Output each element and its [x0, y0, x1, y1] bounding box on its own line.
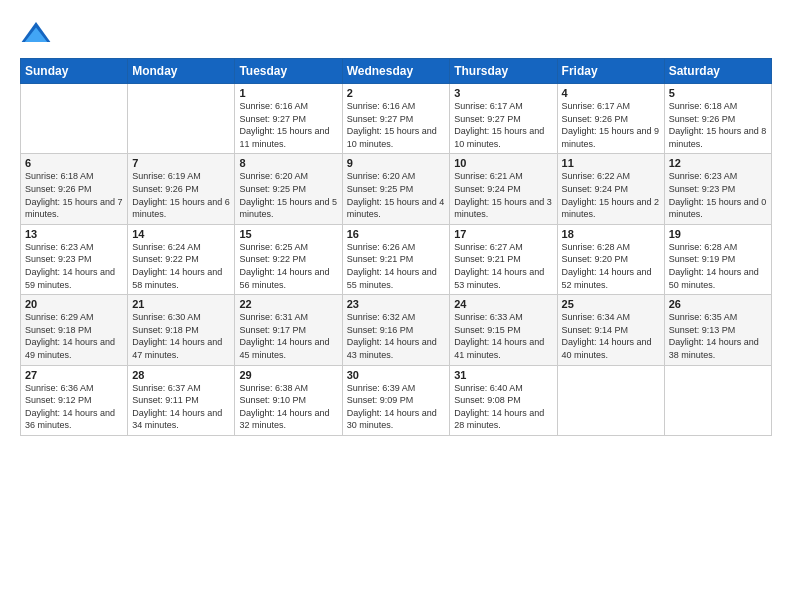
day-info: Sunrise: 6:17 AM Sunset: 9:26 PM Dayligh… [562, 100, 660, 150]
calendar-week-row: 13Sunrise: 6:23 AM Sunset: 9:23 PM Dayli… [21, 224, 772, 294]
day-info: Sunrise: 6:28 AM Sunset: 9:19 PM Dayligh… [669, 241, 767, 291]
day-number: 14 [132, 228, 230, 240]
day-info: Sunrise: 6:29 AM Sunset: 9:18 PM Dayligh… [25, 311, 123, 361]
day-info: Sunrise: 6:36 AM Sunset: 9:12 PM Dayligh… [25, 382, 123, 432]
day-info: Sunrise: 6:20 AM Sunset: 9:25 PM Dayligh… [347, 170, 446, 220]
calendar-cell: 2Sunrise: 6:16 AM Sunset: 9:27 PM Daylig… [342, 84, 450, 154]
calendar-cell: 4Sunrise: 6:17 AM Sunset: 9:26 PM Daylig… [557, 84, 664, 154]
calendar-cell: 7Sunrise: 6:19 AM Sunset: 9:26 PM Daylig… [128, 154, 235, 224]
weekday-header-friday: Friday [557, 59, 664, 84]
day-number: 13 [25, 228, 123, 240]
calendar-cell: 17Sunrise: 6:27 AM Sunset: 9:21 PM Dayli… [450, 224, 557, 294]
day-number: 20 [25, 298, 123, 310]
day-number: 28 [132, 369, 230, 381]
day-number: 5 [669, 87, 767, 99]
calendar-cell: 11Sunrise: 6:22 AM Sunset: 9:24 PM Dayli… [557, 154, 664, 224]
weekday-header-row: SundayMondayTuesdayWednesdayThursdayFrid… [21, 59, 772, 84]
day-number: 6 [25, 157, 123, 169]
day-number: 7 [132, 157, 230, 169]
day-info: Sunrise: 6:26 AM Sunset: 9:21 PM Dayligh… [347, 241, 446, 291]
calendar-cell: 14Sunrise: 6:24 AM Sunset: 9:22 PM Dayli… [128, 224, 235, 294]
calendar-table: SundayMondayTuesdayWednesdayThursdayFrid… [20, 58, 772, 436]
calendar-cell: 12Sunrise: 6:23 AM Sunset: 9:23 PM Dayli… [664, 154, 771, 224]
day-number: 19 [669, 228, 767, 240]
calendar-cell: 27Sunrise: 6:36 AM Sunset: 9:12 PM Dayli… [21, 365, 128, 435]
calendar-cell: 10Sunrise: 6:21 AM Sunset: 9:24 PM Dayli… [450, 154, 557, 224]
page: SundayMondayTuesdayWednesdayThursdayFrid… [0, 0, 792, 612]
calendar-cell: 22Sunrise: 6:31 AM Sunset: 9:17 PM Dayli… [235, 295, 342, 365]
day-number: 17 [454, 228, 552, 240]
calendar-cell: 13Sunrise: 6:23 AM Sunset: 9:23 PM Dayli… [21, 224, 128, 294]
header [20, 18, 772, 50]
day-number: 9 [347, 157, 446, 169]
day-info: Sunrise: 6:31 AM Sunset: 9:17 PM Dayligh… [239, 311, 337, 361]
calendar-week-row: 20Sunrise: 6:29 AM Sunset: 9:18 PM Dayli… [21, 295, 772, 365]
calendar-cell: 23Sunrise: 6:32 AM Sunset: 9:16 PM Dayli… [342, 295, 450, 365]
calendar-cell: 26Sunrise: 6:35 AM Sunset: 9:13 PM Dayli… [664, 295, 771, 365]
day-number: 21 [132, 298, 230, 310]
day-info: Sunrise: 6:34 AM Sunset: 9:14 PM Dayligh… [562, 311, 660, 361]
calendar-cell: 25Sunrise: 6:34 AM Sunset: 9:14 PM Dayli… [557, 295, 664, 365]
weekday-header-sunday: Sunday [21, 59, 128, 84]
day-info: Sunrise: 6:22 AM Sunset: 9:24 PM Dayligh… [562, 170, 660, 220]
calendar-cell: 15Sunrise: 6:25 AM Sunset: 9:22 PM Dayli… [235, 224, 342, 294]
day-info: Sunrise: 6:19 AM Sunset: 9:26 PM Dayligh… [132, 170, 230, 220]
day-number: 3 [454, 87, 552, 99]
day-info: Sunrise: 6:16 AM Sunset: 9:27 PM Dayligh… [239, 100, 337, 150]
day-number: 26 [669, 298, 767, 310]
calendar-cell: 29Sunrise: 6:38 AM Sunset: 9:10 PM Dayli… [235, 365, 342, 435]
day-info: Sunrise: 6:21 AM Sunset: 9:24 PM Dayligh… [454, 170, 552, 220]
day-info: Sunrise: 6:24 AM Sunset: 9:22 PM Dayligh… [132, 241, 230, 291]
weekday-header-monday: Monday [128, 59, 235, 84]
calendar-cell: 24Sunrise: 6:33 AM Sunset: 9:15 PM Dayli… [450, 295, 557, 365]
day-info: Sunrise: 6:23 AM Sunset: 9:23 PM Dayligh… [669, 170, 767, 220]
calendar-week-row: 6Sunrise: 6:18 AM Sunset: 9:26 PM Daylig… [21, 154, 772, 224]
day-number: 27 [25, 369, 123, 381]
day-info: Sunrise: 6:18 AM Sunset: 9:26 PM Dayligh… [25, 170, 123, 220]
day-info: Sunrise: 6:25 AM Sunset: 9:22 PM Dayligh… [239, 241, 337, 291]
day-info: Sunrise: 6:39 AM Sunset: 9:09 PM Dayligh… [347, 382, 446, 432]
calendar-cell: 21Sunrise: 6:30 AM Sunset: 9:18 PM Dayli… [128, 295, 235, 365]
day-number: 12 [669, 157, 767, 169]
day-number: 18 [562, 228, 660, 240]
day-info: Sunrise: 6:18 AM Sunset: 9:26 PM Dayligh… [669, 100, 767, 150]
day-number: 2 [347, 87, 446, 99]
calendar-cell: 28Sunrise: 6:37 AM Sunset: 9:11 PM Dayli… [128, 365, 235, 435]
weekday-header-tuesday: Tuesday [235, 59, 342, 84]
day-info: Sunrise: 6:35 AM Sunset: 9:13 PM Dayligh… [669, 311, 767, 361]
calendar-cell [128, 84, 235, 154]
weekday-header-wednesday: Wednesday [342, 59, 450, 84]
day-info: Sunrise: 6:23 AM Sunset: 9:23 PM Dayligh… [25, 241, 123, 291]
calendar-cell [21, 84, 128, 154]
calendar-cell: 8Sunrise: 6:20 AM Sunset: 9:25 PM Daylig… [235, 154, 342, 224]
day-info: Sunrise: 6:33 AM Sunset: 9:15 PM Dayligh… [454, 311, 552, 361]
day-info: Sunrise: 6:28 AM Sunset: 9:20 PM Dayligh… [562, 241, 660, 291]
calendar-cell: 5Sunrise: 6:18 AM Sunset: 9:26 PM Daylig… [664, 84, 771, 154]
calendar-cell: 16Sunrise: 6:26 AM Sunset: 9:21 PM Dayli… [342, 224, 450, 294]
day-number: 31 [454, 369, 552, 381]
calendar-cell: 9Sunrise: 6:20 AM Sunset: 9:25 PM Daylig… [342, 154, 450, 224]
day-info: Sunrise: 6:17 AM Sunset: 9:27 PM Dayligh… [454, 100, 552, 150]
calendar-cell: 31Sunrise: 6:40 AM Sunset: 9:08 PM Dayli… [450, 365, 557, 435]
calendar-cell: 20Sunrise: 6:29 AM Sunset: 9:18 PM Dayli… [21, 295, 128, 365]
day-number: 4 [562, 87, 660, 99]
day-info: Sunrise: 6:20 AM Sunset: 9:25 PM Dayligh… [239, 170, 337, 220]
calendar-cell: 1Sunrise: 6:16 AM Sunset: 9:27 PM Daylig… [235, 84, 342, 154]
day-number: 16 [347, 228, 446, 240]
day-number: 30 [347, 369, 446, 381]
day-number: 25 [562, 298, 660, 310]
day-info: Sunrise: 6:32 AM Sunset: 9:16 PM Dayligh… [347, 311, 446, 361]
calendar-cell [557, 365, 664, 435]
day-info: Sunrise: 6:37 AM Sunset: 9:11 PM Dayligh… [132, 382, 230, 432]
day-number: 15 [239, 228, 337, 240]
calendar-cell: 18Sunrise: 6:28 AM Sunset: 9:20 PM Dayli… [557, 224, 664, 294]
day-number: 29 [239, 369, 337, 381]
weekday-header-saturday: Saturday [664, 59, 771, 84]
day-info: Sunrise: 6:27 AM Sunset: 9:21 PM Dayligh… [454, 241, 552, 291]
calendar-week-row: 1Sunrise: 6:16 AM Sunset: 9:27 PM Daylig… [21, 84, 772, 154]
weekday-header-thursday: Thursday [450, 59, 557, 84]
calendar-cell [664, 365, 771, 435]
day-info: Sunrise: 6:16 AM Sunset: 9:27 PM Dayligh… [347, 100, 446, 150]
calendar-week-row: 27Sunrise: 6:36 AM Sunset: 9:12 PM Dayli… [21, 365, 772, 435]
day-number: 22 [239, 298, 337, 310]
